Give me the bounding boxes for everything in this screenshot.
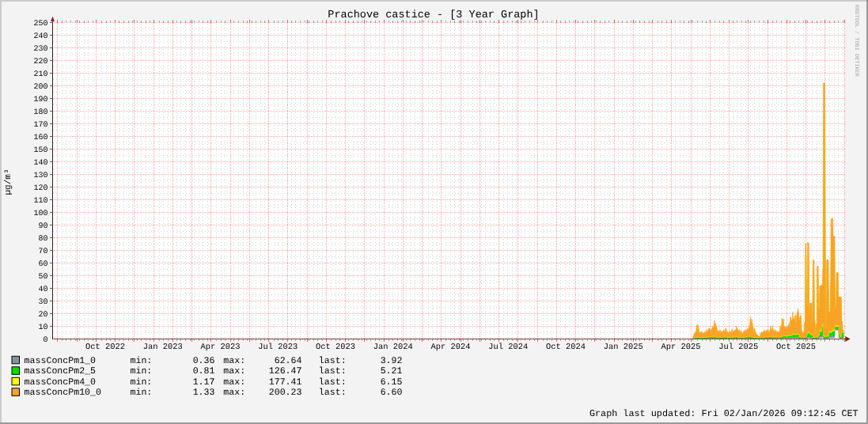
svg-text:Oct 2022: Oct 2022 <box>85 343 125 352</box>
svg-text:5.21: 5.21 <box>381 366 403 377</box>
svg-text:Jul 2023: Jul 2023 <box>258 343 298 352</box>
svg-text:60: 60 <box>38 260 47 269</box>
svg-text:120: 120 <box>33 184 47 193</box>
svg-text:130: 130 <box>33 172 47 180</box>
svg-text:min:: min: <box>131 377 153 388</box>
svg-text:180: 180 <box>33 108 47 117</box>
svg-text:6.15: 6.15 <box>381 377 403 388</box>
svg-text:3.92: 3.92 <box>381 356 403 366</box>
svg-text:last:: last: <box>319 377 347 388</box>
svg-text:Prachove castice - [3 Year Gra: Prachove castice - [3 Year Graph] <box>328 9 539 21</box>
svg-text:Jul 2024: Jul 2024 <box>488 343 528 352</box>
svg-text:min:: min: <box>131 388 153 398</box>
svg-text:177.41: 177.41 <box>269 377 302 388</box>
svg-text:µg/m³: µg/m³ <box>4 168 13 195</box>
svg-text:Jul 2025: Jul 2025 <box>718 343 758 352</box>
svg-text:last:: last: <box>319 388 347 398</box>
svg-text:Oct 2025: Oct 2025 <box>776 343 816 352</box>
svg-text:Apr 2023: Apr 2023 <box>201 343 241 352</box>
svg-text:80: 80 <box>38 235 47 244</box>
svg-text:1.17: 1.17 <box>193 377 215 388</box>
svg-text:230: 230 <box>33 45 47 54</box>
svg-text:100: 100 <box>33 210 47 218</box>
svg-text:126.47: 126.47 <box>269 366 302 377</box>
svg-text:min:: min: <box>131 356 153 366</box>
svg-text:last:: last: <box>319 356 347 366</box>
svg-text:110: 110 <box>33 197 47 206</box>
svg-text:90: 90 <box>38 222 47 231</box>
svg-text:40: 40 <box>38 286 47 294</box>
svg-text:max:: max: <box>223 377 245 388</box>
svg-text:10: 10 <box>38 324 47 332</box>
svg-text:6.60: 6.60 <box>381 388 403 398</box>
svg-text:170: 170 <box>33 121 47 130</box>
svg-text:0.36: 0.36 <box>193 356 215 366</box>
svg-text:massConcPm10_0: massConcPm10_0 <box>25 388 101 398</box>
svg-text:210: 210 <box>33 70 47 79</box>
svg-text:RRDTOOL / TOBI OETIKER: RRDTOOL / TOBI OETIKER <box>853 5 859 77</box>
svg-text:Graph last updated: Fri 02/Jan: Graph last updated: Fri 02/Jan/2026 09:1… <box>589 408 859 419</box>
svg-text:Jan 2025: Jan 2025 <box>604 343 643 352</box>
svg-text:20: 20 <box>38 311 47 320</box>
svg-text:50: 50 <box>38 273 47 282</box>
svg-text:Oct 2024: Oct 2024 <box>546 343 586 352</box>
svg-text:1.33: 1.33 <box>193 388 215 398</box>
svg-text:200: 200 <box>33 83 47 92</box>
svg-text:190: 190 <box>33 96 47 104</box>
svg-text:max:: max: <box>223 366 245 377</box>
svg-text:Jan 2023: Jan 2023 <box>143 343 183 352</box>
svg-text:massConcPm4_0: massConcPm4_0 <box>25 377 96 388</box>
svg-text:max:: max: <box>223 388 245 398</box>
svg-text:70: 70 <box>38 248 47 256</box>
svg-text:150: 150 <box>33 146 47 155</box>
svg-text:Apr 2024: Apr 2024 <box>431 343 471 352</box>
svg-text:250: 250 <box>33 20 47 28</box>
svg-text:62.64: 62.64 <box>275 356 302 366</box>
svg-text:220: 220 <box>33 58 47 66</box>
svg-text:0: 0 <box>43 336 47 345</box>
svg-text:massConcPm2_5: massConcPm2_5 <box>25 366 96 377</box>
svg-text:max:: max: <box>223 356 245 366</box>
svg-text:160: 160 <box>33 134 47 142</box>
svg-text:min:: min: <box>131 366 153 377</box>
svg-text:last:: last: <box>319 366 347 377</box>
svg-text:240: 240 <box>33 32 47 41</box>
svg-text:0.81: 0.81 <box>193 366 215 377</box>
svg-text:Oct 2023: Oct 2023 <box>316 343 355 352</box>
svg-text:200.23: 200.23 <box>269 388 302 398</box>
svg-text:140: 140 <box>33 159 47 168</box>
svg-text:30: 30 <box>38 298 47 307</box>
svg-text:Apr 2025: Apr 2025 <box>661 343 701 352</box>
svg-text:Jan 2024: Jan 2024 <box>373 343 413 352</box>
svg-text:massConcPm1_0: massConcPm1_0 <box>25 356 96 366</box>
